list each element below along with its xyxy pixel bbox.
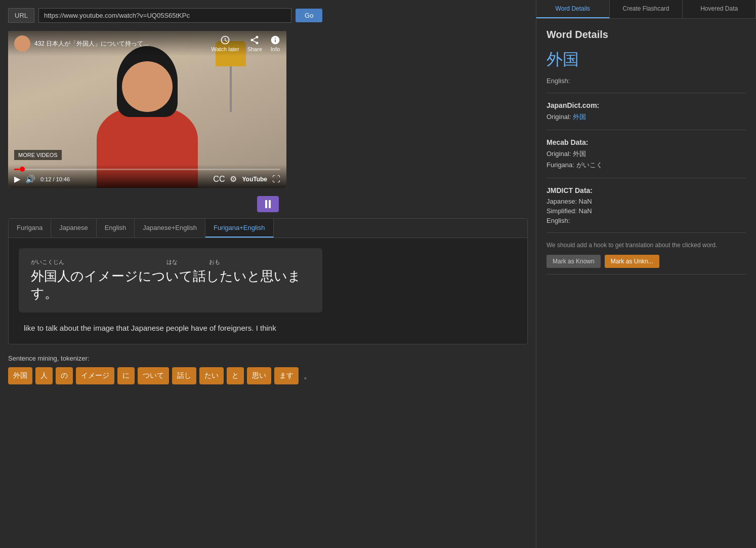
original-label: Original: [547, 113, 571, 121]
furigana-row: がいこくじん はな おも [31, 258, 310, 266]
token-to[interactable]: と [227, 367, 244, 384]
youtube-logo: YouTube [242, 176, 267, 183]
token-image[interactable]: イメージ [76, 367, 114, 384]
tab-english[interactable]: English [97, 219, 135, 238]
watch-later-icon [220, 35, 230, 45]
english-subtitle: like to talk about the image that Japane… [19, 323, 517, 334]
progress-bar[interactable] [14, 169, 280, 170]
captions-button[interactable]: CC [213, 175, 225, 184]
tab-japanese[interactable]: Japanese [51, 219, 96, 238]
tab-hovered-data[interactable]: Hovered Data [683, 0, 756, 18]
token-tsuite[interactable]: ついて [138, 367, 169, 384]
time-display: 0:12 / 10:46 [40, 176, 70, 182]
actions-section: We should add a hook to get translation … [547, 241, 746, 275]
info-icon [270, 35, 280, 45]
settings-button[interactable]: ⚙ [230, 174, 237, 184]
japandict-section: JapanDict.com: Original: 外国 [547, 101, 746, 130]
token-no[interactable]: の [56, 367, 73, 384]
more-videos-badge[interactable]: MORE VIDEOS [14, 150, 62, 160]
word-japanese: 外国 [547, 49, 746, 71]
japandict-original-row: Original: 外国 [547, 112, 746, 122]
video-player: 432 日本人が「外国人」について持って... Watch later Shar… [8, 31, 286, 188]
tab-japanese-english[interactable]: Japanese+English [135, 219, 205, 238]
share-button[interactable]: Share [247, 35, 262, 52]
watch-later-label: Watch later [211, 46, 239, 52]
hint-text: We should add a hook to get translation … [547, 241, 746, 250]
right-panel: Word Details Create Flashcard Hovered Da… [536, 0, 756, 548]
progress-fill [14, 169, 20, 170]
japanese-subtitle-box: がいこくじん はな おも 外国人のイメージについて話したいと思います。 [19, 248, 322, 312]
token-punct: 。 [302, 369, 314, 383]
sentence-mining-label: Sentence mining, tokenizer: [8, 355, 528, 362]
english-label: English: [547, 77, 746, 85]
token-row: 外国 人 の イメージ に ついて 話し たい と 思い ます 。 [8, 367, 528, 384]
controls-row: ▶ 🔊 0:12 / 10:46 CC ⚙ YouTube ⛶ [14, 174, 280, 184]
jmdict-japanese-row: Japanese: NaN [547, 198, 746, 205]
pause-icon [265, 200, 271, 208]
jmdict-japanese: NaN [579, 198, 592, 205]
subtitle-content: がいこくじん はな おも 外国人のイメージについて話したいと思います。 like… [9, 238, 527, 344]
tab-furigana[interactable]: Furigana [9, 219, 51, 238]
progress-dot [20, 167, 25, 172]
go-button[interactable]: Go [296, 9, 322, 22]
jmdict-section: JMDICT Data: Japanese: NaN Simplified: N… [547, 186, 746, 233]
right-panel-tabs: Word Details Create Flashcard Hovered Da… [536, 0, 756, 19]
video-overlay-top: 432 日本人が「外国人」について持って... Watch later Shar… [8, 31, 286, 56]
original-link[interactable]: 外国 [573, 113, 586, 121]
url-label: URL [8, 8, 34, 23]
fullscreen-button[interactable]: ⛶ [272, 175, 280, 184]
mecab-furigana: がいこく [576, 161, 603, 169]
video-controls: ▶ 🔊 0:12 / 10:46 CC ⚙ YouTube ⛶ [8, 165, 286, 188]
url-input[interactable] [38, 8, 291, 23]
token-omoi[interactable]: 思い [247, 367, 271, 384]
pause-button[interactable] [257, 196, 279, 212]
share-label: Share [247, 46, 262, 52]
right-panel-content: Word Details 外国 English: JapanDict.com: … [536, 19, 756, 548]
watch-later-button[interactable]: Watch later [211, 35, 239, 52]
action-buttons: Mark as Known Mark as Unkn... [547, 255, 746, 268]
mark-known-button[interactable]: Mark as Known [547, 255, 601, 268]
sentence-mining: Sentence mining, tokenizer: 外国 人 の イメージ … [8, 355, 528, 384]
mecab-original: 外国 [573, 150, 586, 158]
subtitle-panel: Furigana Japanese English Japanese+Engli… [8, 218, 528, 344]
mecab-original-row: Original: 外国 [547, 149, 746, 159]
japandict-title: JapanDict.com: [547, 101, 746, 109]
url-bar: URL Go [8, 8, 528, 23]
mecab-title: Mecab Data: [547, 138, 746, 146]
volume-button[interactable]: 🔊 [25, 174, 35, 184]
english-section: English: [547, 77, 746, 93]
mark-unknown-button[interactable]: Mark as Unkn... [605, 255, 659, 268]
token-tai[interactable]: たい [199, 367, 224, 384]
token-ni[interactable]: に [117, 367, 135, 384]
jmdict-simplified: NaN [579, 207, 592, 215]
mecab-furigana-row: Furigana: がいこく [547, 161, 746, 170]
token-gaikoku[interactable]: 外国 [8, 367, 32, 384]
tab-bar: Furigana Japanese English Japanese+Engli… [9, 219, 527, 238]
share-icon [249, 35, 260, 45]
tab-furigana-english[interactable]: Furigana+English [205, 219, 274, 238]
controls-right: CC ⚙ YouTube ⛶ [213, 174, 280, 184]
mecab-section: Mecab Data: Original: 外国 Furigana: がいこく [547, 138, 746, 178]
jmdict-title: JMDICT Data: [547, 186, 746, 194]
info-button[interactable]: Info [270, 35, 280, 52]
japanese-text: 外国人のイメージについて話したいと思います。 [31, 268, 310, 302]
info-label: Info [271, 46, 280, 52]
furigana-gaikokujin: がいこくじん [31, 258, 64, 266]
tab-word-details[interactable]: Word Details [536, 0, 610, 18]
token-masu[interactable]: ます [274, 367, 299, 384]
tab-create-flashcard[interactable]: Create Flashcard [610, 0, 683, 18]
pause-button-container [8, 196, 528, 212]
video-actions: Watch later Share Info [211, 35, 280, 52]
furigana-hanashi: はな [166, 258, 178, 266]
video-title: 432 日本人が「外国人」について持って... [34, 40, 211, 48]
jmdict-english-row: English: [547, 217, 746, 224]
jmdict-simplified-row: Simplified: NaN [547, 207, 746, 215]
play-button[interactable]: ▶ [14, 174, 20, 184]
token-hito[interactable]: 人 [35, 367, 53, 384]
word-details-title: Word Details [547, 29, 746, 41]
video-avatar [14, 35, 30, 52]
token-hanashi[interactable]: 話し [172, 367, 196, 384]
jmdict-english-label: English: [547, 217, 570, 224]
furigana-omoi: おも [209, 258, 220, 266]
